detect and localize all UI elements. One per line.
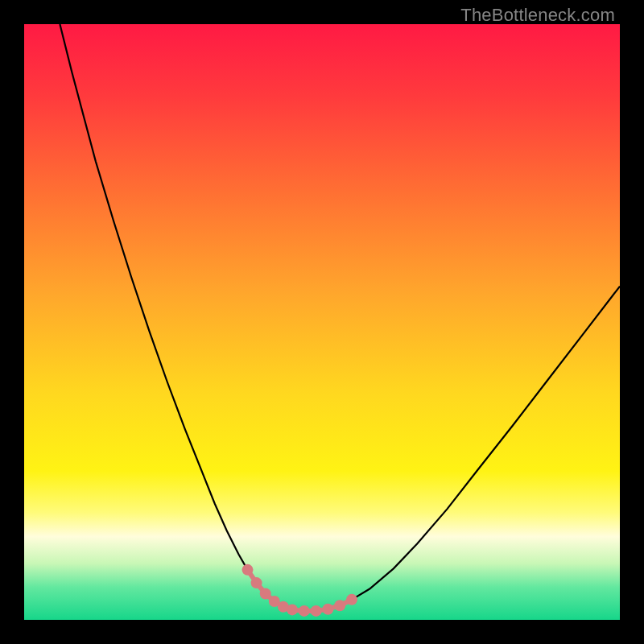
svg-point-8: [322, 604, 333, 615]
bottleneck-chart: [24, 24, 620, 620]
svg-point-2: [260, 588, 271, 599]
svg-point-5: [287, 604, 298, 615]
gradient-background: [24, 24, 620, 620]
chart-frame: [24, 24, 620, 620]
svg-point-10: [346, 594, 357, 605]
svg-point-9: [334, 600, 345, 611]
watermark-text: TheBottleneck.com: [460, 5, 615, 26]
svg-point-6: [299, 605, 310, 617]
svg-point-7: [311, 605, 322, 617]
svg-point-0: [242, 564, 254, 576]
svg-point-1: [251, 577, 262, 588]
